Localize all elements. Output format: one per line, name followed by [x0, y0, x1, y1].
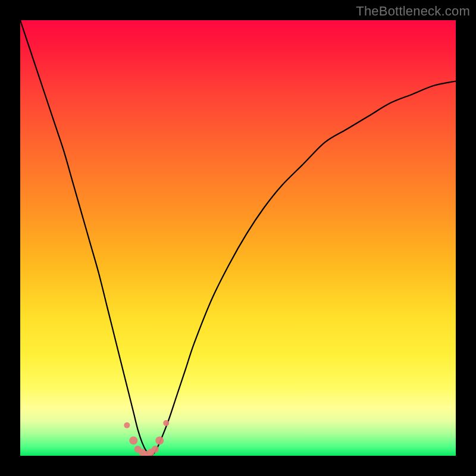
marker-dot	[163, 420, 169, 426]
watermark-text: TheBottleneck.com	[356, 4, 470, 19]
marker-dot	[152, 446, 159, 453]
marker-dot	[155, 436, 164, 444]
plot-area	[20, 20, 456, 456]
marker-dot	[124, 422, 130, 428]
curve-svg	[20, 20, 456, 456]
bottleneck-curve	[20, 20, 456, 456]
marker-dot	[129, 436, 137, 444]
chart-frame: TheBottleneck.com	[0, 0, 476, 476]
